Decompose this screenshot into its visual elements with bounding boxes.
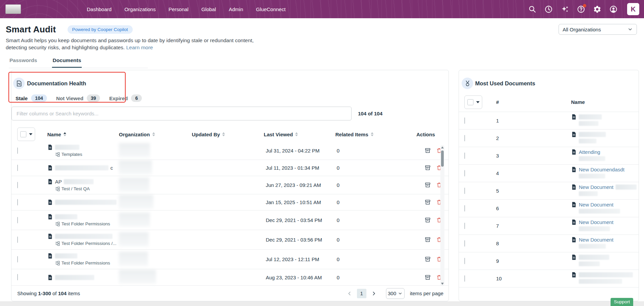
row-checkbox[interactable] bbox=[17, 182, 18, 188]
document-icon bbox=[47, 165, 53, 171]
nav-admin[interactable]: Admin bbox=[229, 6, 243, 12]
redacted-document-name[interactable] bbox=[55, 145, 79, 150]
row-checkbox[interactable] bbox=[17, 237, 18, 243]
row-checkbox[interactable] bbox=[464, 258, 465, 264]
row-checkbox[interactable] bbox=[464, 170, 465, 176]
nav-glueconnect[interactable]: GlueConnect bbox=[256, 6, 286, 12]
history-icon[interactable] bbox=[544, 5, 553, 14]
select-all-checkbox[interactable] bbox=[467, 99, 473, 105]
column-header-related-items[interactable]: Related Items bbox=[335, 132, 416, 137]
previous-page-icon[interactable] bbox=[346, 290, 353, 297]
document-link[interactable]: New Document bbox=[579, 202, 614, 207]
row-checkbox[interactable] bbox=[464, 223, 465, 229]
archive-icon[interactable] bbox=[424, 217, 431, 223]
redacted-document-name[interactable] bbox=[579, 132, 606, 137]
nav-global[interactable]: Global bbox=[201, 6, 216, 12]
redacted-document-name[interactable] bbox=[55, 200, 117, 205]
organization-filter-value: All Organizations bbox=[563, 27, 601, 32]
organization-filter-select[interactable]: All Organizations bbox=[559, 24, 637, 35]
row-checkbox[interactable] bbox=[464, 152, 465, 159]
table-row: Test Folder Permissions Jul 12, 2023 - 1… bbox=[11, 250, 448, 269]
document-link[interactable]: Attending bbox=[579, 149, 600, 155]
archive-icon[interactable] bbox=[424, 199, 431, 205]
row-checkbox[interactable] bbox=[464, 188, 465, 194]
archive-icon[interactable] bbox=[424, 274, 431, 281]
row-checkbox[interactable] bbox=[17, 274, 18, 280]
description-line-2: detecting security risks, and highlighti… bbox=[6, 45, 125, 50]
document-icon bbox=[47, 275, 53, 280]
row-checkbox[interactable] bbox=[464, 135, 465, 141]
select-all-combo[interactable] bbox=[17, 128, 35, 141]
column-header-organization[interactable]: Organization bbox=[119, 132, 192, 137]
filter-search-input[interactable] bbox=[11, 107, 352, 120]
redacted-document-name[interactable] bbox=[579, 114, 602, 119]
column-header-updated-by[interactable]: Updated By bbox=[192, 132, 264, 137]
row-checkbox[interactable] bbox=[464, 275, 465, 282]
redacted-document-name[interactable] bbox=[55, 275, 94, 280]
scroll-up-arrow[interactable] bbox=[441, 146, 444, 148]
archive-icon[interactable] bbox=[424, 182, 431, 188]
related-items-value: 0 bbox=[335, 237, 416, 243]
documents-panel: Documentation Health Stale 104 Not Viewe… bbox=[11, 70, 449, 301]
tab-documents[interactable]: Documents bbox=[52, 56, 82, 68]
document-link[interactable]: New Document bbox=[579, 184, 614, 190]
redacted-organization bbox=[119, 195, 153, 209]
scroll-down-arrow[interactable] bbox=[441, 283, 444, 285]
redacted-document-name[interactable] bbox=[55, 165, 108, 170]
tab-strip: Passwords Documents bbox=[9, 56, 148, 68]
settings-gear-icon[interactable] bbox=[593, 5, 602, 14]
page-number[interactable]: 1 bbox=[357, 289, 366, 298]
archive-icon[interactable] bbox=[424, 256, 431, 262]
tab-passwords[interactable]: Passwords bbox=[9, 56, 38, 68]
redacted-document-name[interactable] bbox=[579, 255, 609, 260]
stat-stale[interactable]: Stale 104 bbox=[16, 94, 47, 102]
redacted-document-name[interactable] bbox=[64, 179, 94, 184]
stat-not-viewed[interactable]: Not Viewed 39 bbox=[56, 94, 100, 102]
redacted-document-name[interactable] bbox=[55, 234, 112, 239]
account-icon[interactable] bbox=[609, 5, 618, 14]
archive-icon[interactable] bbox=[424, 147, 431, 154]
scrollbar-thumb[interactable] bbox=[441, 150, 444, 167]
select-all-combo[interactable] bbox=[464, 95, 482, 109]
nav-personal[interactable]: Personal bbox=[169, 6, 188, 12]
nav-organizations[interactable]: Organizations bbox=[124, 6, 156, 12]
redacted-document-name[interactable] bbox=[55, 214, 77, 219]
row-checkbox[interactable] bbox=[17, 165, 18, 171]
name-prefix[interactable]: AP bbox=[55, 179, 62, 185]
column-header-name[interactable]: Name bbox=[47, 132, 119, 137]
row-checkbox[interactable] bbox=[17, 256, 18, 262]
stat-expired[interactable]: Expired 6 bbox=[109, 94, 142, 102]
document-link[interactable]: New Document bbox=[579, 237, 614, 243]
row-checkbox[interactable] bbox=[17, 199, 18, 205]
most-used-documents-panel: Most Used Documents # Name 1 2 3 bbox=[459, 70, 639, 301]
column-header-last-viewed[interactable]: Last Viewed bbox=[264, 132, 335, 137]
row-checkbox[interactable] bbox=[17, 217, 18, 223]
document-icon bbox=[571, 202, 577, 207]
row-checkbox[interactable] bbox=[464, 205, 465, 212]
document-link[interactable]: New Documendasdt bbox=[579, 167, 624, 172]
redacted-document-name[interactable] bbox=[55, 253, 77, 258]
help-icon[interactable] bbox=[576, 5, 586, 14]
next-page-icon[interactable] bbox=[371, 290, 377, 297]
redacted-organization bbox=[119, 177, 149, 192]
select-all-checkbox[interactable] bbox=[20, 131, 26, 137]
row-checkbox[interactable] bbox=[464, 117, 465, 124]
list-item: 1 bbox=[459, 112, 639, 130]
kaseya-logo[interactable]: K bbox=[627, 3, 639, 15]
app-logo[interactable] bbox=[5, 4, 21, 14]
search-icon[interactable] bbox=[528, 5, 537, 14]
document-link[interactable]: New Document bbox=[579, 219, 614, 225]
nav-dashboard[interactable]: Dashboard bbox=[87, 6, 111, 12]
archive-icon[interactable] bbox=[424, 237, 431, 243]
support-button[interactable]: Support bbox=[611, 298, 633, 306]
items-per-page-select[interactable]: 300 bbox=[386, 288, 405, 299]
redacted-document-name[interactable] bbox=[579, 272, 633, 277]
ai-sparkles-icon[interactable] bbox=[560, 5, 569, 14]
table-scrollbar[interactable] bbox=[440, 145, 444, 286]
learn-more-link[interactable]: Learn more bbox=[126, 45, 153, 50]
document-icon bbox=[571, 219, 577, 225]
row-checkbox[interactable] bbox=[464, 240, 465, 247]
showing-summary: Showing 1-300 of 104 items bbox=[17, 290, 80, 296]
row-checkbox[interactable] bbox=[17, 147, 18, 154]
archive-icon[interactable] bbox=[424, 165, 431, 171]
